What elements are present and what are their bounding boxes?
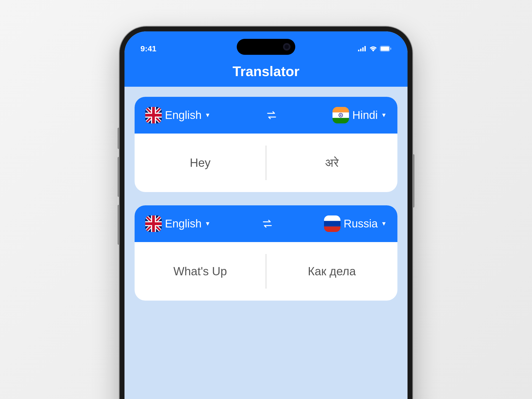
svg-rect-2: [362, 47, 364, 51]
target-text: अरे: [266, 134, 397, 192]
card-language-header: English ▼: [135, 205, 397, 242]
translation-card: English ▼: [135, 205, 397, 301]
target-language-label: Hindi: [352, 109, 378, 122]
swap-icon: [261, 218, 273, 230]
svg-rect-0: [358, 50, 359, 51]
source-language-selector[interactable]: English ▼: [145, 215, 211, 232]
source-language-label: English: [165, 217, 202, 230]
phone-side-buttons-right: [412, 154, 414, 207]
uk-flag-icon: [145, 107, 162, 123]
app-title: Translator: [124, 63, 408, 79]
swap-languages-button[interactable]: [261, 217, 274, 230]
translation-card: English ▼: [135, 97, 397, 192]
svg-rect-3: [364, 46, 366, 51]
translation-body: What's Up Как дела: [135, 242, 397, 301]
front-camera: [283, 43, 290, 51]
target-text: Как дела: [266, 242, 397, 301]
phone-volume-down: [118, 205, 120, 245]
card-language-header: English ▼: [135, 97, 397, 134]
russia-flag-icon: [324, 215, 340, 232]
content-area: English ▼: [124, 87, 408, 324]
svg-rect-5: [381, 47, 389, 51]
chevron-down-icon: ▼: [381, 220, 387, 227]
cellular-signal-icon: [358, 46, 367, 51]
source-language-label: English: [165, 109, 202, 122]
swap-icon: [265, 109, 278, 121]
wifi-icon: [369, 46, 377, 52]
source-language-selector[interactable]: English ▼: [145, 107, 211, 123]
phone-power-button: [412, 154, 414, 207]
screen: 9:41: [124, 31, 408, 399]
battery-icon: [380, 46, 392, 52]
svg-rect-8: [332, 107, 349, 113]
svg-rect-1: [360, 49, 361, 51]
target-language-label: Russia: [344, 217, 378, 230]
chevron-down-icon: ▼: [205, 112, 211, 119]
chevron-down-icon: ▼: [205, 220, 211, 227]
svg-rect-6: [390, 48, 391, 50]
svg-rect-19: [324, 221, 340, 227]
svg-rect-10: [332, 118, 349, 123]
dynamic-island: [237, 39, 295, 55]
phone-volume-up: [118, 157, 120, 197]
source-text[interactable]: Hey: [135, 134, 266, 192]
svg-rect-18: [324, 215, 340, 221]
india-flag-icon: [332, 107, 349, 123]
svg-rect-20: [324, 226, 340, 232]
source-text[interactable]: What's Up: [135, 242, 266, 301]
swap-languages-button[interactable]: [265, 109, 278, 122]
phone-frame: 9:41: [120, 27, 412, 399]
translation-body: Hey अरे: [135, 134, 397, 192]
chevron-down-icon: ▼: [381, 112, 387, 119]
uk-flag-icon: [145, 215, 162, 232]
status-time: 9:41: [140, 44, 156, 53]
target-language-selector[interactable]: Russia ▼: [324, 215, 387, 232]
target-language-selector[interactable]: Hindi ▼: [332, 107, 387, 123]
phone-mute-switch: [118, 128, 120, 149]
phone-side-buttons-left: [118, 128, 120, 253]
status-icons: [358, 46, 392, 52]
